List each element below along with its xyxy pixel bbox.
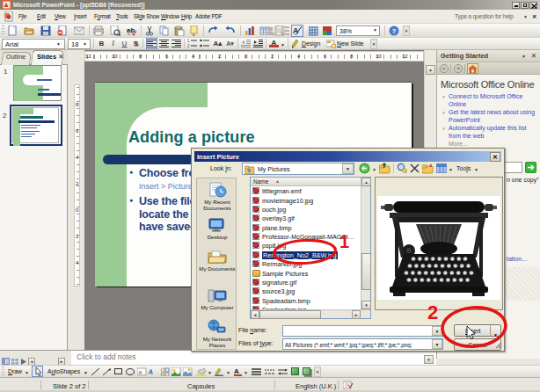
svg-text:1: 1 [339,232,349,251]
svg-text:2: 2 [427,301,438,323]
